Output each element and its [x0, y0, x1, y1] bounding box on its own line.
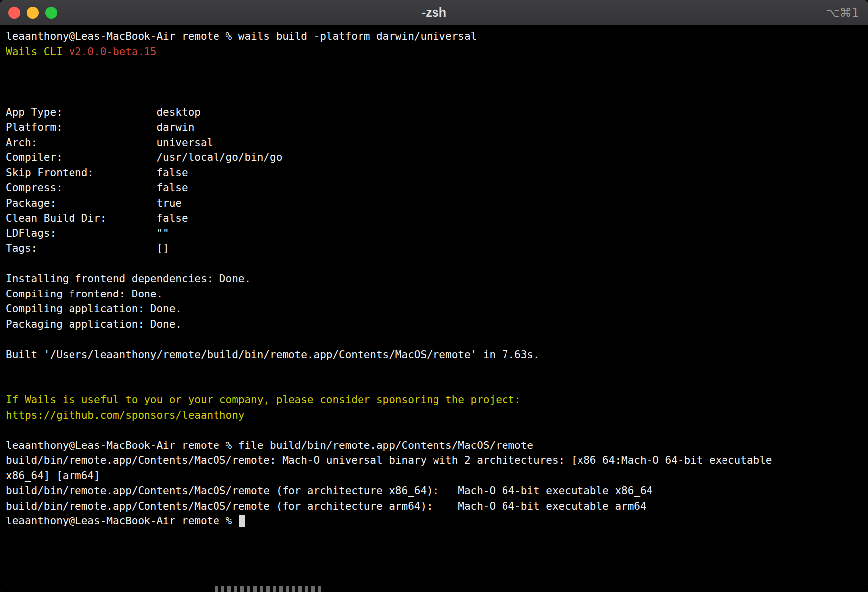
terminal-line: If Wails is useful to you or your compan…: [6, 392, 862, 408]
terminal-line: Compiling application: Done.: [6, 301, 862, 317]
terminal-line: leaanthony@Leas-MacBook-Air remote %: [6, 514, 862, 529]
terminal-line: [6, 362, 862, 377]
terminal-line: [6, 59, 862, 74]
terminal-text-segment: App Type: desktop: [6, 106, 201, 118]
terminal-line: Wails CLI v2.0.0-beta.15: [6, 44, 862, 60]
terminal-line: Package: true: [6, 196, 862, 211]
terminal-line: Installing frontend dependencies: Done.: [6, 271, 862, 287]
terminal-line: build/bin/remote.app/Contents/MacOS/remo…: [6, 483, 862, 499]
terminal-line: build/bin/remote.app/Contents/MacOS/remo…: [6, 453, 862, 468]
terminal-line: Compiling frontend: Done.: [6, 287, 862, 302]
terminal-line: Platform: darwin: [6, 120, 862, 135]
terminal-line: Tags: []: [6, 241, 862, 256]
terminal-line: build/bin/remote.app/Contents/MacOS/remo…: [6, 499, 862, 514]
terminal-line: App Type: desktop: [6, 105, 862, 120]
close-button[interactable]: [8, 7, 20, 19]
terminal-line: [6, 332, 862, 347]
terminal-line: [6, 377, 862, 393]
window-title: -zsh: [0, 0, 868, 25]
terminal-text-segment: leaanthony@Leas-MacBook-Air remote %: [6, 515, 238, 527]
terminal-text-segment: Compress: false: [6, 182, 188, 194]
terminal-text-segment: Compiling application: Done.: [6, 303, 182, 315]
terminal-output[interactable]: leaanthony@Leas-MacBook-Air remote % wai…: [0, 26, 868, 529]
terminal-text-segment: v2.0.0-beta.15: [69, 46, 156, 58]
terminal-line: Built '/Users/leaanthony/remote/build/bi…: [6, 347, 862, 363]
terminal-line: Compiler: /usr/local/go/bin/go: [6, 150, 862, 165]
terminal-line: Skip Frontend: false: [6, 165, 862, 181]
terminal-text-segment: Skip Frontend: false: [6, 167, 188, 179]
terminal-line: [6, 256, 862, 272]
terminal-text-segment: leaanthony@Leas-MacBook-Air remote % fil…: [6, 440, 533, 451]
terminal-text-segment: Platform: darwin: [6, 121, 194, 133]
terminal-window: -zsh ⌥⌘1 leaanthony@Leas-MacBook-Air rem…: [0, 0, 868, 592]
window-shortcut-hint: ⌥⌘1: [826, 0, 859, 25]
terminal-line: Compress: false: [6, 180, 862, 196]
terminal-text-segment: Built '/Users/leaanthony/remote/build/bi…: [6, 349, 540, 361]
terminal-text-segment: build/bin/remote.app/Contents/MacOS/remo…: [6, 500, 647, 512]
terminal-line: [6, 74, 862, 90]
terminal-line: x86_64] [arm64]: [6, 468, 862, 484]
terminal-text-segment: Packaging application: Done.: [6, 318, 182, 330]
terminal-text-segment: Package: true: [6, 197, 182, 209]
terminal-text-segment: If Wails is useful to you or your compan…: [6, 394, 521, 406]
terminal-line: https://github.com/sponsors/leaanthony: [6, 408, 862, 423]
terminal-line: Arch: universal: [6, 135, 862, 150]
terminal-line: LDFlags: "": [6, 226, 862, 241]
terminal-line: [6, 423, 862, 438]
terminal-line: [6, 89, 862, 105]
terminal-text-segment: Installing frontend dependencies: Done.: [6, 273, 251, 285]
window-titlebar[interactable]: -zsh ⌥⌘1: [0, 0, 868, 26]
terminal-text-segment: build/bin/remote.app/Contents/MacOS/remo…: [6, 485, 652, 497]
terminal-text-segment: Clean Build Dir: false: [6, 212, 188, 224]
window-controls: [0, 7, 57, 19]
terminal-text-segment: https://github.com/sponsors/leaanthony: [6, 409, 244, 421]
terminal-text-segment: Compiling frontend: Done.: [6, 288, 163, 300]
terminal-text-segment: Compiler: /usr/local/go/bin/go: [6, 151, 282, 163]
terminal-text-segment: Wails CLI: [6, 46, 69, 58]
terminal-cursor: [239, 515, 245, 527]
fullscreen-button[interactable]: [45, 7, 57, 19]
terminal-line: leaanthony@Leas-MacBook-Air remote % wai…: [6, 29, 862, 44]
minimize-button[interactable]: [27, 7, 39, 19]
terminal-text-segment: LDFlags: "": [6, 227, 169, 239]
terminal-text-segment: x86_64] [arm64]: [6, 470, 100, 482]
terminal-line: Packaging application: Done.: [6, 317, 862, 332]
obscured-background-content: [215, 586, 321, 592]
terminal-text-segment: Arch: universal: [6, 137, 213, 148]
terminal-line: Clean Build Dir: false: [6, 211, 862, 226]
terminal-line: leaanthony@Leas-MacBook-Air remote % fil…: [6, 438, 862, 453]
terminal-text-segment: Tags: []: [6, 242, 169, 254]
terminal-text-segment: build/bin/remote.app/Contents/MacOS/remo…: [6, 454, 772, 466]
terminal-text-segment: leaanthony@Leas-MacBook-Air remote % wai…: [6, 30, 477, 42]
